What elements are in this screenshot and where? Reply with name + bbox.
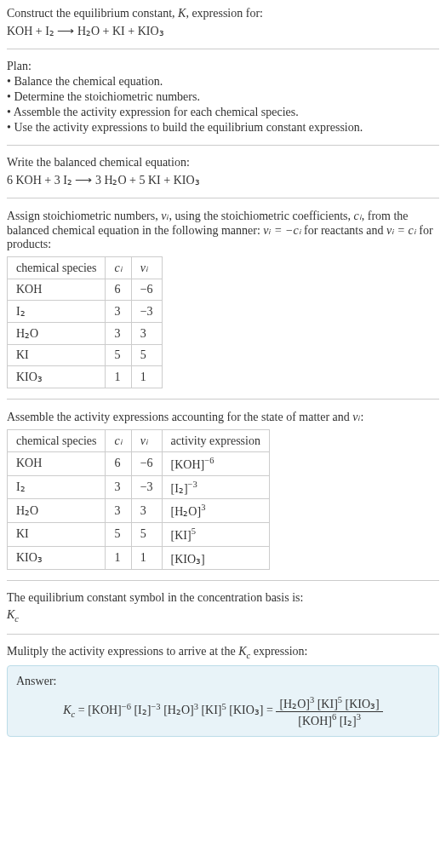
balanced-heading: Write the balanced chemical equation: [7, 156, 439, 170]
divider [7, 580, 439, 581]
cell-species: H₂O [8, 323, 106, 345]
cell-c: 6 [106, 452, 131, 476]
cell-species: KIO₃ [8, 546, 106, 570]
term: [KOH] [88, 704, 122, 716]
unbalanced-equation: KOH + I₂ ⟶ H₂O + KI + KIO₃ [7, 24, 439, 38]
table-row: I₂3−3[I₂]−3 [8, 475, 270, 499]
col-species: chemical species [8, 430, 106, 452]
answer-box: Answer: Kc = [KOH]−6 [I₂]−3 [H₂O]3 [KI]5… [7, 665, 439, 737]
cell-activity: [KI]5 [162, 522, 269, 546]
term: [I₂] [134, 704, 151, 716]
text: , using the stoichiometric coefficients, [169, 210, 353, 222]
cell-c: 5 [106, 522, 131, 546]
text: for reactants and [301, 224, 386, 237]
cell-c: 3 [106, 475, 131, 499]
activity-heading: Assemble the activity expressions accoun… [7, 410, 439, 424]
col-species: chemical species [8, 257, 106, 279]
symbol-text: The equilibrium constant symbol in the c… [7, 591, 439, 605]
term: [H₂O] [163, 704, 194, 716]
activity-section: Assemble the activity expressions accoun… [7, 410, 439, 570]
term: [I₂] [340, 714, 357, 727]
equals: = [75, 704, 88, 716]
nu-symbol: νᵢ [352, 411, 360, 423]
table-row: KOH6−6[KOH]−6 [8, 452, 270, 476]
denominator: [KOH]6 [I₂]3 [276, 712, 382, 728]
balanced-section: Write the balanced chemical equation: 6 … [7, 156, 439, 187]
col-vi: νᵢ [131, 430, 162, 452]
table-row: KIO₃11 [8, 366, 163, 388]
col-ci: cᵢ [106, 430, 131, 452]
term: [KIO₃] [346, 698, 380, 710]
cell-v: −6 [131, 452, 162, 476]
answer-label: Answer: [16, 675, 430, 688]
cell-species: I₂ [8, 301, 106, 323]
cell-v: 3 [131, 499, 162, 523]
plan-item: • Determine the stoichiometric numbers. [7, 90, 439, 104]
cell-c: 1 [106, 546, 131, 570]
prompt-section: Construct the equilibrium constant, K, e… [7, 7, 439, 38]
exp: 3 [194, 702, 198, 711]
cell-v: −6 [131, 279, 162, 301]
cell-c: 5 [106, 345, 131, 366]
exp: 3 [310, 695, 314, 704]
col-ci: cᵢ [106, 257, 131, 279]
table-row: KOH6−6 [8, 279, 163, 301]
text: Assemble the activity expressions accoun… [7, 411, 352, 423]
cell-v: −3 [131, 301, 162, 323]
table-row: KIO₃11[KIO₃] [8, 546, 270, 570]
exp: 3 [201, 503, 205, 512]
exp: −3 [188, 480, 197, 489]
exp: 5 [222, 702, 226, 711]
cell-v: 1 [131, 546, 162, 570]
plan-heading: Plan: [7, 60, 439, 73]
cell-v: 3 [131, 323, 162, 345]
cell-v: −3 [131, 475, 162, 499]
table-row: H₂O33[H₂O]3 [8, 499, 270, 523]
table-row: KI55 [8, 345, 163, 366]
plan-item: • Use the activity expressions to build … [7, 121, 439, 135]
exp: −3 [151, 702, 160, 711]
sub: c [14, 614, 19, 624]
k-symbol: K [178, 7, 186, 20]
exp: 5 [192, 526, 196, 536]
plan-item: • Balance the chemical equation. [7, 75, 439, 89]
table-row: KI55[KI]5 [8, 522, 270, 546]
K: K [7, 608, 14, 621]
numerator: [H₂O]3 [KI]5 [KIO₃] [276, 695, 382, 712]
cell-v: 5 [131, 522, 162, 546]
cell-c: 3 [106, 323, 131, 345]
balanced-equation: 6 KOH + 3 I₂ ⟶ 3 H₂O + 5 KI + KIO₃ [7, 173, 439, 187]
cell-activity: [KIO₃] [162, 546, 269, 570]
plan-item: • Assemble the activity expression for e… [7, 106, 439, 119]
table-header-row: chemical species cᵢ νᵢ activity expressi… [8, 430, 270, 452]
base: [KOH] [171, 458, 205, 471]
cell-v: 1 [131, 366, 162, 388]
cell-c: 6 [106, 279, 131, 301]
divider [7, 198, 439, 198]
col-activity: activity expression [162, 430, 269, 452]
term: [KOH] [298, 714, 332, 727]
exp: −6 [204, 456, 214, 465]
plan-list: • Balance the chemical equation. • Deter… [7, 75, 439, 135]
activity-table: chemical species cᵢ νᵢ activity expressi… [7, 429, 270, 570]
term: [KIO₃] [229, 704, 263, 716]
stoich-section: Assign stoichiometric numbers, νᵢ, using… [7, 209, 439, 388]
multiply-section: Mulitply the activity expressions to arr… [7, 645, 439, 660]
prompt-text-b: , expression for: [186, 7, 263, 20]
exp: 5 [338, 695, 342, 704]
ci-symbol: cᵢ [354, 210, 362, 222]
divider [7, 49, 439, 49]
base: [KIO₃] [171, 552, 205, 565]
term: [KI] [201, 704, 221, 716]
fraction: [H₂O]3 [KI]5 [KIO₃] [KOH]6 [I₂]3 [276, 695, 382, 727]
expStandardError: 6 [332, 712, 336, 721]
cell-species: I₂ [8, 475, 106, 499]
text: Mulitply the activity expressions to arr… [7, 645, 238, 658]
cell-activity: [I₂]−3 [162, 475, 269, 499]
cell-activity: [H₂O]3 [162, 499, 269, 523]
text: expression: [250, 645, 307, 658]
cell-species: KOH [8, 279, 106, 301]
divider [7, 634, 439, 635]
answer-equation: Kc = [KOH]−6 [I₂]−3 [H₂O]3 [KI]5 [KIO₃] … [16, 695, 430, 727]
cell-c: 3 [106, 499, 131, 523]
